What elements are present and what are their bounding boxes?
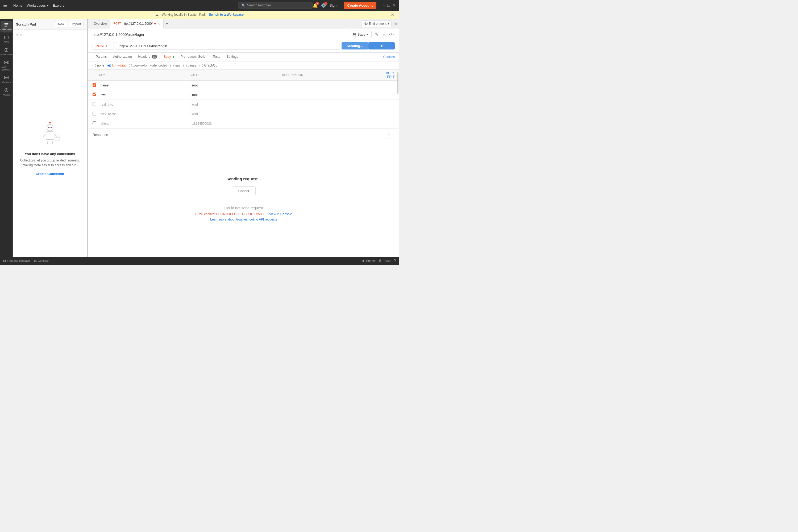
- cancel-button[interactable]: Cancel: [232, 187, 255, 195]
- body-option-binary[interactable]: binary: [183, 63, 196, 67]
- trash-item[interactable]: 🗑 Trash: [379, 259, 391, 263]
- create-account-button[interactable]: Create Account: [344, 2, 377, 9]
- sidebar-item-environments[interactable]: Environments: [1, 46, 12, 57]
- sidebar-item-monitors[interactable]: Monitors: [1, 74, 12, 85]
- create-collection-link[interactable]: Create Collection: [36, 172, 64, 176]
- close-button[interactable]: ✕: [393, 3, 396, 7]
- body-option-raw[interactable]: raw: [170, 63, 180, 67]
- sidebar-item-history[interactable]: History: [1, 86, 12, 98]
- add-collection-icon[interactable]: +: [16, 33, 18, 37]
- tab-body[interactable]: Body: [160, 53, 177, 61]
- tab-close-icon[interactable]: ✕: [157, 22, 160, 25]
- cookies-link[interactable]: Cookies: [383, 55, 395, 59]
- method-selector[interactable]: POST ▾: [93, 42, 114, 50]
- warning-close-button[interactable]: ✕: [391, 12, 394, 17]
- panel-more-icon[interactable]: ···: [81, 33, 84, 37]
- sidebar-item-apis[interactable]: APIs: [1, 34, 12, 45]
- view-console-link[interactable]: View in Console: [269, 212, 292, 216]
- empty-state: You don't have any collections Collectio…: [13, 40, 87, 257]
- tab-bar-right: No Environment ▾ ⊞: [361, 20, 397, 27]
- row-pwd-value[interactable]: root: [190, 92, 282, 98]
- new-button[interactable]: New: [55, 21, 67, 27]
- nav-home[interactable]: Home: [13, 3, 23, 7]
- svg-point-11: [47, 125, 53, 131]
- environment-selector[interactable]: No Environment ▾: [361, 20, 392, 27]
- row-nick-name-key[interactable]: nick_name: [99, 111, 190, 117]
- tab-tests[interactable]: Tests: [210, 53, 224, 61]
- console-icon: ⊡: [34, 259, 37, 263]
- response-close-button[interactable]: ✕: [384, 131, 395, 139]
- tab-params[interactable]: Params: [93, 53, 110, 61]
- switch-workspace-link[interactable]: Switch to a Workspace: [209, 13, 243, 17]
- row-pwd-check[interactable]: [93, 93, 99, 97]
- panel-resize-handle[interactable]: [87, 19, 88, 257]
- import-button[interactable]: Import: [69, 21, 84, 27]
- add-tab-button[interactable]: +: [164, 20, 170, 27]
- save-button[interactable]: 💾 Save ▾: [349, 31, 372, 38]
- scratch-pad-title: Scratch Pad: [16, 22, 55, 26]
- tab-overview[interactable]: Overview: [91, 19, 110, 28]
- svg-point-15: [51, 127, 52, 128]
- titlebar: ☰ Home Workspaces ▾ Explore 🔍 Search Pos…: [0, 0, 399, 11]
- row-real-pwd-check[interactable]: [93, 102, 99, 107]
- grid-layout-icon[interactable]: ⊞: [394, 22, 397, 26]
- settings-icon[interactable]: ⚙️1: [321, 3, 326, 8]
- help-icon-item[interactable]: ?: [394, 259, 396, 263]
- body-option-none[interactable]: none: [93, 63, 104, 67]
- send-button[interactable]: Sending...: [342, 42, 368, 50]
- send-button-arrow[interactable]: ▾: [368, 42, 395, 50]
- console-item[interactable]: ⊡ Console: [34, 259, 49, 263]
- sidebar-item-collections[interactable]: Collections: [1, 21, 12, 33]
- sign-in-button[interactable]: Sign In: [329, 3, 340, 7]
- table-scrollbar[interactable]: [396, 70, 399, 128]
- maximize-button[interactable]: ❐: [387, 3, 391, 7]
- notifications-icon[interactable]: 🔔1: [312, 3, 318, 8]
- row-real-pwd-desc: [282, 103, 374, 106]
- row-nick-name-value[interactable]: wxd: [190, 111, 282, 117]
- row-nick-name-check[interactable]: [93, 112, 99, 116]
- tab-headers[interactable]: Headers 10: [135, 53, 160, 61]
- scroll-thumb[interactable]: [397, 72, 398, 94]
- tab-settings[interactable]: Settings: [224, 53, 241, 61]
- nav-workspaces[interactable]: Workspaces ▾: [27, 3, 49, 7]
- runner-icon: ▶: [363, 259, 365, 263]
- row-real-pwd-value[interactable]: wxd: [190, 101, 282, 108]
- url-input[interactable]: [116, 42, 339, 50]
- row-name-key[interactable]: name: [99, 82, 190, 88]
- edit-icon[interactable]: ✎: [374, 31, 379, 38]
- doc-icon[interactable]: ≡: [381, 32, 386, 38]
- url-display: http://127.0.0.1:5000/user/login: [93, 33, 144, 37]
- find-replace-item[interactable]: ⊡ Find and Replace: [3, 259, 30, 263]
- tab-authorization[interactable]: Authorization: [110, 53, 135, 61]
- row-name-value[interactable]: root: [190, 82, 282, 88]
- help-icon: ?: [394, 259, 396, 263]
- svg-line-17: [43, 134, 46, 137]
- row-name-check[interactable]: [93, 83, 99, 88]
- body-option-urlencoded[interactable]: x-www-form-urlencoded: [129, 63, 167, 67]
- learn-more-link[interactable]: Learn more about troubleshooting API req…: [210, 217, 277, 221]
- row-pwd-key[interactable]: pwd: [99, 92, 190, 98]
- code-icon[interactable]: </>: [388, 32, 395, 38]
- row-phone-value[interactable]: 18124500033: [190, 121, 282, 127]
- row-phone-check[interactable]: [93, 121, 99, 126]
- row-name-desc: [282, 84, 374, 87]
- tab-pre-request[interactable]: Pre-request Script: [177, 53, 210, 61]
- row-phone-key[interactable]: phone: [99, 121, 190, 127]
- search-bar[interactable]: 🔍 Search Postman: [238, 2, 312, 8]
- sidebar-item-mock-servers[interactable]: Mock Servers: [1, 58, 12, 73]
- main-content: Overview POST http://127.0.0.1:5000/ ✕ +…: [88, 19, 399, 257]
- runner-item[interactable]: ▶ Runner: [363, 259, 376, 263]
- body-option-graphql[interactable]: GraphQL: [200, 63, 217, 67]
- tab-active-request[interactable]: POST http://127.0.0.1:5000/ ✕: [110, 19, 164, 28]
- menu-icon[interactable]: ☰: [3, 3, 7, 8]
- search-icon: 🔍: [242, 3, 246, 7]
- body-option-form-data[interactable]: form-data: [108, 63, 126, 67]
- filter-icon[interactable]: ≡: [20, 33, 22, 37]
- tab-bar: Overview POST http://127.0.0.1:5000/ ✕ +…: [88, 19, 399, 28]
- key-column-header: KEY: [99, 73, 190, 77]
- bulk-edit-button[interactable]: ··· Bulk Edit: [374, 71, 395, 79]
- nav-explore[interactable]: Explore: [53, 3, 65, 7]
- minimize-button[interactable]: –: [383, 3, 385, 7]
- row-real-pwd-key[interactable]: real_pwd: [99, 101, 190, 108]
- tab-more-button[interactable]: ···: [170, 20, 178, 27]
